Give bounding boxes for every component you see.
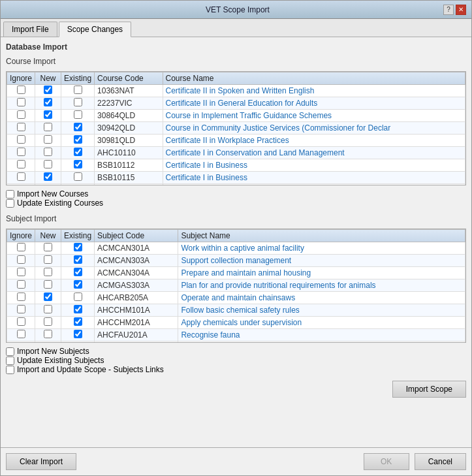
import-new-subjects-checkbox[interactable] bbox=[6, 347, 14, 356]
course-existing-cb[interactable] bbox=[74, 148, 82, 156]
subject-existing-cb[interactable] bbox=[74, 243, 82, 251]
subject-table-scroll[interactable]: Ignore New Existing Subject Code Subject… bbox=[7, 229, 465, 342]
update-existing-subjects-option[interactable]: Update Existing Subjects bbox=[6, 356, 466, 365]
subject-ignore-cb[interactable] bbox=[17, 268, 25, 276]
subject-table-row: AHCARB205A Operate and maintain chainsaw… bbox=[7, 292, 465, 304]
course-ignore-cell bbox=[7, 172, 35, 184]
subject-new-cell bbox=[35, 329, 61, 341]
subject-new-cb[interactable] bbox=[44, 293, 52, 301]
course-existing-cb[interactable] bbox=[74, 110, 82, 119]
course-table-row: 22237VIC Certificate II in General Educa… bbox=[7, 97, 465, 110]
subject-ignore-cb[interactable] bbox=[17, 243, 25, 251]
course-ignore-cb[interactable] bbox=[17, 172, 25, 181]
course-ignore-cb[interactable] bbox=[17, 123, 25, 131]
course-new-cb[interactable] bbox=[44, 148, 52, 156]
course-name-cell: Certificate II in Spoken and Written Eng… bbox=[163, 85, 465, 97]
subject-new-cb[interactable] bbox=[44, 243, 52, 251]
course-code-cell: 30864QLD bbox=[95, 110, 163, 122]
import-new-courses-label: Import New Courses bbox=[17, 189, 88, 198]
clear-import-button[interactable]: Clear Import bbox=[6, 453, 76, 470]
subject-ignore-cb[interactable] bbox=[17, 305, 25, 313]
subject-existing-cell bbox=[61, 267, 95, 279]
course-table-scroll[interactable]: Ignore New Existing Course Code Course N… bbox=[7, 72, 465, 185]
course-existing-cb[interactable] bbox=[74, 123, 82, 131]
close-button[interactable]: ✕ bbox=[456, 5, 466, 15]
subject-existing-cb[interactable] bbox=[74, 330, 82, 338]
subject-existing-cb[interactable] bbox=[74, 293, 82, 301]
subject-col-existing: Existing bbox=[61, 230, 95, 242]
subject-new-cb[interactable] bbox=[44, 268, 52, 276]
subject-ignore-cb[interactable] bbox=[17, 317, 25, 326]
course-name-cell: Certificate II in Business bbox=[163, 184, 465, 185]
subject-ignore-cb[interactable] bbox=[17, 293, 25, 301]
update-existing-courses-checkbox[interactable] bbox=[6, 199, 14, 208]
course-new-cb[interactable] bbox=[44, 98, 52, 106]
update-existing-subjects-label: Update Existing Subjects bbox=[17, 356, 104, 365]
help-button[interactable]: ? bbox=[443, 5, 454, 15]
course-existing-cb[interactable] bbox=[74, 86, 82, 94]
subject-ignore-cb[interactable] bbox=[17, 330, 25, 338]
course-existing-cb[interactable] bbox=[74, 135, 82, 144]
subject-name-cell: Plan for and provide nutritional require… bbox=[178, 279, 465, 292]
course-existing-cb[interactable] bbox=[74, 160, 82, 168]
course-ignore-cb[interactable] bbox=[17, 135, 25, 144]
subject-table-row: AHCCHM201A Apply chemicals under supervi… bbox=[7, 317, 465, 329]
subject-existing-cell bbox=[61, 279, 95, 292]
subject-new-cb[interactable] bbox=[44, 280, 52, 289]
course-code-cell: 10363NAT bbox=[95, 85, 163, 97]
import-update-scope-links-checkbox[interactable] bbox=[6, 366, 14, 374]
course-new-cell bbox=[35, 122, 61, 135]
subject-name-cell: Follow basic chemical safety rules bbox=[178, 304, 465, 317]
subject-new-cb[interactable] bbox=[44, 305, 52, 313]
subject-new-cb[interactable] bbox=[44, 317, 52, 326]
update-existing-courses-option[interactable]: Update Existing Courses bbox=[6, 198, 466, 208]
course-new-cb[interactable] bbox=[44, 123, 52, 131]
subject-code-cell: AHCCHM201A bbox=[95, 317, 178, 329]
subject-existing-cb[interactable] bbox=[74, 268, 82, 276]
course-new-cb[interactable] bbox=[44, 110, 52, 119]
subject-ignore-cell bbox=[7, 341, 35, 343]
course-name-cell: Course in Community Justice Services (Co… bbox=[163, 122, 465, 135]
course-new-cb[interactable] bbox=[44, 86, 52, 94]
tab-import-file[interactable]: Import File bbox=[3, 22, 57, 37]
course-new-cb[interactable] bbox=[44, 135, 52, 144]
subject-existing-cb[interactable] bbox=[74, 255, 82, 264]
course-new-cell bbox=[35, 110, 61, 122]
subject-existing-cb[interactable] bbox=[74, 280, 82, 289]
subject-existing-cb[interactable] bbox=[74, 317, 82, 326]
update-existing-subjects-checkbox[interactable] bbox=[6, 357, 14, 365]
subject-name-cell: Operate and maintain chainsaws bbox=[178, 292, 465, 304]
subject-existing-cell bbox=[61, 255, 95, 267]
subject-name-cell: Support collection management bbox=[178, 255, 465, 267]
import-new-subjects-option[interactable]: Import New Subjects bbox=[6, 347, 466, 356]
course-ignore-cb[interactable] bbox=[17, 98, 25, 106]
course-existing-cb[interactable] bbox=[74, 172, 82, 181]
course-ignore-cb[interactable] bbox=[17, 86, 25, 94]
database-import-label: Database Import bbox=[6, 42, 466, 52]
subject-col-name: Subject Name bbox=[178, 230, 465, 242]
subject-existing-cell bbox=[61, 329, 95, 341]
course-ignore-cell bbox=[7, 122, 35, 135]
import-scope-button[interactable]: Import Scope bbox=[392, 381, 466, 398]
subject-table-row: AHCFAU201A Recognise fauna bbox=[7, 329, 465, 341]
course-new-cb[interactable] bbox=[44, 160, 52, 168]
course-ignore-cb[interactable] bbox=[17, 148, 25, 156]
import-update-scope-links-option[interactable]: Import and Update Scope - Subjects Links bbox=[6, 365, 466, 374]
ok-button[interactable]: OK bbox=[364, 453, 409, 470]
subject-new-cell bbox=[35, 317, 61, 329]
course-existing-cb[interactable] bbox=[74, 98, 82, 106]
subject-new-cb[interactable] bbox=[44, 330, 52, 338]
window-title: VET Scope Import bbox=[32, 5, 443, 14]
course-ignore-cb[interactable] bbox=[17, 160, 25, 168]
course-ignore-cb[interactable] bbox=[17, 110, 25, 119]
course-new-cb[interactable] bbox=[44, 172, 52, 181]
subject-existing-cb[interactable] bbox=[74, 305, 82, 313]
subject-name-cell: Work within a captive animal facility bbox=[178, 242, 465, 255]
subject-ignore-cb[interactable] bbox=[17, 280, 25, 289]
tab-scope-changes[interactable]: Scope Changes bbox=[59, 22, 131, 37]
subject-ignore-cb[interactable] bbox=[17, 255, 25, 264]
cancel-button[interactable]: Cancel bbox=[415, 453, 466, 470]
import-new-courses-checkbox[interactable] bbox=[6, 190, 14, 198]
subject-new-cb[interactable] bbox=[44, 255, 52, 264]
import-new-courses-option[interactable]: Import New Courses bbox=[6, 189, 466, 198]
